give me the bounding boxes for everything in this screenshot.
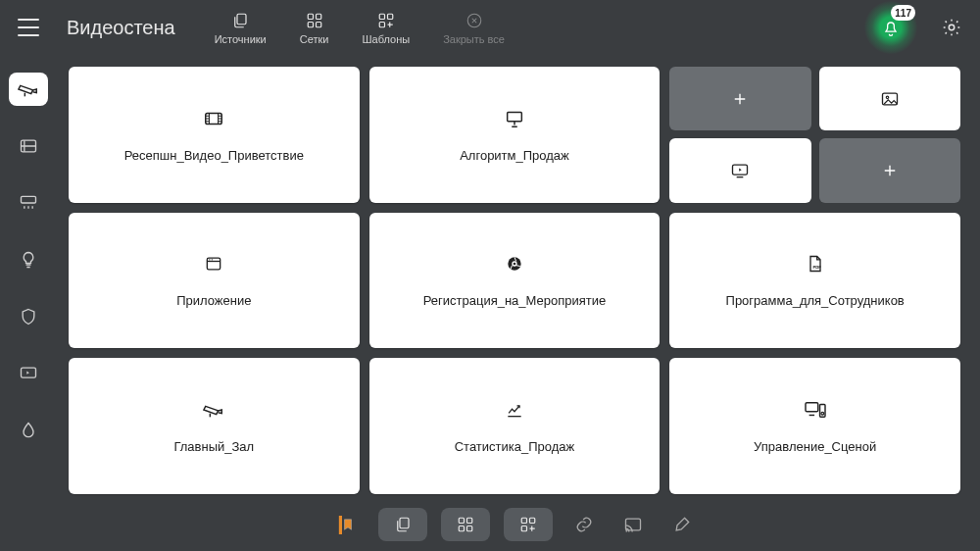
svg-rect-30 bbox=[467, 518, 472, 523]
svg-rect-34 bbox=[530, 518, 535, 523]
tab-templates[interactable]: Шаблоны bbox=[362, 11, 410, 45]
svg-point-27 bbox=[821, 412, 824, 415]
svg-rect-11 bbox=[22, 196, 36, 203]
card-label: Алгоритм_Продаж bbox=[460, 148, 569, 163]
card-label: Главный_Зал bbox=[173, 439, 254, 454]
card-label: Программа_для_Сотрудников bbox=[726, 293, 905, 308]
btab-brush[interactable] bbox=[664, 508, 700, 541]
svg-rect-35 bbox=[521, 526, 526, 531]
svg-rect-32 bbox=[467, 526, 472, 531]
svg-point-19 bbox=[209, 260, 210, 261]
card-label: Регистрация_на_Мероприятие bbox=[423, 293, 607, 308]
card-label: Ресепшн_Видео_Приветствие bbox=[124, 148, 304, 163]
plus-icon bbox=[731, 90, 749, 108]
btab-link[interactable] bbox=[566, 508, 602, 541]
window-icon bbox=[202, 252, 225, 276]
svg-point-9 bbox=[949, 25, 955, 30]
btab-templates[interactable] bbox=[504, 508, 553, 541]
top-tabs: Источники Сетки Шаблоны Закрыть все bbox=[215, 11, 505, 45]
pdf-file-icon: PDF bbox=[804, 252, 827, 276]
svg-rect-2 bbox=[316, 14, 320, 19]
top-bar: Видеостена Источники Сетки Шаблоны Закры… bbox=[0, 0, 980, 55]
svg-rect-7 bbox=[379, 22, 384, 26]
bell-icon bbox=[881, 18, 901, 37]
gear-icon bbox=[941, 17, 962, 38]
quick-add-2[interactable] bbox=[819, 138, 960, 202]
media-screen-icon bbox=[730, 161, 750, 180]
svg-point-23 bbox=[514, 263, 516, 266]
settings-button[interactable] bbox=[941, 17, 962, 38]
card-reception-video[interactable]: Ресепшн_Видео_Приветствие bbox=[69, 67, 360, 203]
grid-add-icon bbox=[376, 11, 396, 30]
btab-sources[interactable] bbox=[378, 508, 427, 541]
bookmark-button[interactable]: ▎ bbox=[329, 508, 365, 541]
droplet-icon bbox=[19, 421, 38, 440]
notification-badge: 117 bbox=[891, 5, 915, 21]
svg-rect-0 bbox=[237, 14, 246, 25]
copy-icon bbox=[394, 516, 412, 533]
card-label: Управление_Сценой bbox=[754, 439, 876, 454]
bulb-icon bbox=[19, 250, 38, 270]
sidebar-item-camera[interactable] bbox=[9, 73, 48, 106]
link-icon bbox=[574, 515, 594, 534]
svg-rect-31 bbox=[459, 526, 464, 531]
svg-rect-3 bbox=[308, 22, 313, 26]
copy-icon bbox=[230, 11, 250, 30]
cast-icon bbox=[623, 515, 643, 534]
card-quick-actions bbox=[669, 67, 960, 203]
sidebar-item-lighting[interactable] bbox=[9, 243, 48, 276]
chart-icon bbox=[503, 398, 526, 422]
quick-image[interactable] bbox=[819, 67, 960, 130]
card-label: Приложение bbox=[176, 293, 251, 308]
sidebar-item-water[interactable] bbox=[9, 414, 48, 447]
grid-icon bbox=[305, 11, 324, 30]
menu-button[interactable] bbox=[18, 19, 39, 36]
page-title: Видеостена bbox=[67, 17, 175, 39]
svg-rect-25 bbox=[806, 403, 818, 412]
close-circle-icon bbox=[465, 11, 484, 30]
svg-rect-6 bbox=[387, 14, 392, 19]
card-event-registration[interactable]: Регистрация_на_Мероприятие bbox=[369, 213, 661, 349]
sidebar-item-panels[interactable] bbox=[9, 129, 48, 163]
card-sales-algorithm[interactable]: Алгоритм_Продаж bbox=[369, 67, 661, 203]
btab-grids[interactable] bbox=[441, 508, 490, 541]
svg-rect-14 bbox=[508, 112, 522, 121]
quick-media[interactable] bbox=[669, 138, 810, 202]
svg-rect-1 bbox=[308, 14, 313, 19]
sidebar-item-security[interactable] bbox=[9, 300, 48, 333]
audio-screen-icon bbox=[19, 364, 38, 383]
shield-icon bbox=[19, 307, 38, 326]
sidebar-item-audio[interactable] bbox=[9, 357, 48, 390]
tab-sources[interactable]: Источники bbox=[215, 11, 267, 45]
bottom-bar: ▎ bbox=[57, 498, 972, 551]
cctv-icon bbox=[202, 398, 225, 422]
svg-rect-4 bbox=[316, 22, 320, 26]
svg-rect-5 bbox=[379, 14, 384, 19]
card-main-hall[interactable]: Главный_Зал bbox=[69, 358, 360, 494]
svg-rect-28 bbox=[400, 518, 409, 528]
card-application[interactable]: Приложение bbox=[69, 213, 360, 349]
ac-icon bbox=[19, 193, 38, 213]
quick-add-1[interactable] bbox=[669, 67, 810, 130]
image-icon bbox=[880, 89, 900, 109]
presentation-icon bbox=[503, 107, 526, 130]
card-staff-program[interactable]: PDF Программа_для_Сотрудников bbox=[669, 213, 960, 349]
svg-point-16 bbox=[886, 96, 889, 99]
sidebar-item-climate[interactable] bbox=[9, 186, 48, 220]
notifications-button[interactable]: 117 bbox=[864, 1, 917, 54]
devices-icon bbox=[804, 398, 827, 422]
brush-icon bbox=[672, 515, 692, 534]
plus-icon bbox=[881, 162, 899, 179]
tab-grids[interactable]: Сетки bbox=[300, 11, 329, 45]
content-grid: Ресепшн_Видео_Приветствие Алгоритм_Прода… bbox=[57, 55, 972, 498]
card-stage-control[interactable]: Управление_Сценой bbox=[669, 358, 960, 494]
tab-close-all[interactable]: Закрыть все bbox=[443, 11, 505, 45]
svg-point-37 bbox=[626, 530, 628, 532]
panels-icon bbox=[19, 136, 38, 156]
sidebar bbox=[0, 55, 57, 551]
svg-text:PDF: PDF bbox=[812, 265, 821, 270]
browser-icon bbox=[503, 252, 526, 276]
film-icon bbox=[202, 107, 225, 130]
btab-cast[interactable] bbox=[615, 508, 651, 541]
card-sales-stats[interactable]: Статистика_Продаж bbox=[369, 358, 661, 494]
